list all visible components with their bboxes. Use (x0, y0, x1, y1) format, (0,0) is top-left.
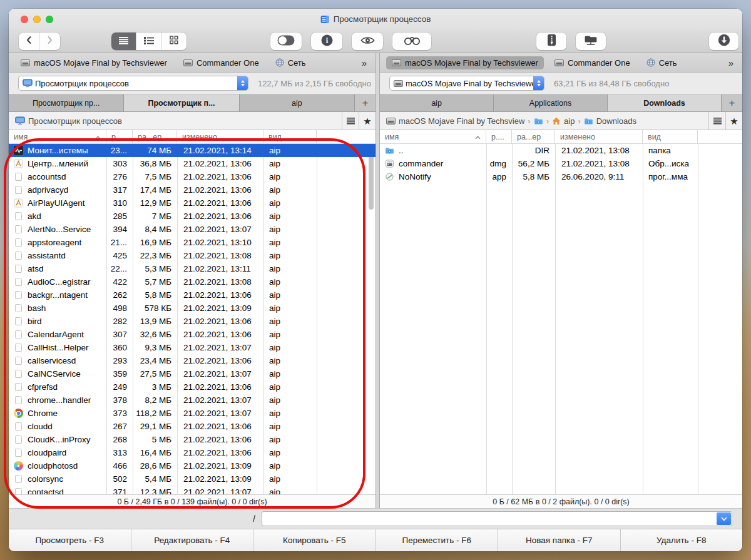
minimize-window-button[interactable] (33, 16, 41, 23)
file-row[interactable]: cloudphotosd46628,6 МБ21.02.2021, 13:09a… (9, 459, 376, 472)
column-header-name[interactable]: имя (380, 130, 486, 143)
drive-bar-overflow-button[interactable]: » (358, 58, 369, 68)
column-header-kind[interactable]: вид (643, 130, 698, 143)
path-segment[interactable]: aip (552, 116, 575, 126)
detail-view-button[interactable] (136, 33, 161, 50)
drive-bar-item[interactable]: Сеть (641, 56, 683, 69)
column-header-ext[interactable]: р.... (486, 130, 512, 143)
file-row[interactable]: Центр...млений30336,8 МБ21.02.2021, 13:0… (9, 157, 376, 170)
file-size: 9,3 МБ (145, 343, 171, 352)
fkey-button-f8[interactable]: Удалить - F8 (621, 529, 743, 551)
file-row[interactable]: cfprefsd2493 МБ21.02.2021, 13:06aip (9, 380, 376, 394)
forward-button[interactable] (39, 33, 60, 50)
add-tab-button[interactable]: + (722, 94, 742, 111)
file-row[interactable]: colorsync5025,4 МБ21.02.2021, 13:09aip (9, 472, 376, 486)
drive-bar-item[interactable]: macOS Mojave Final by Techsviewer (15, 56, 173, 69)
file-row[interactable]: commanderdmg56,2 МБ21.02.2021, 13:08Обр.… (380, 157, 742, 170)
drive-bar-item[interactable]: Сеть (270, 56, 312, 69)
file-row[interactable]: Монит...истемы23...74 МБ21.02.2021, 13:1… (9, 144, 376, 157)
file-row[interactable]: CallHist...Helper3609,3 МБ21.02.2021, 13… (9, 341, 376, 354)
file-row[interactable]: adprivacyd31717,4 МБ21.02.2021, 13:06aip (9, 183, 376, 196)
tab-aip[interactable]: aip (380, 94, 494, 111)
column-header-size[interactable]: ра...ер (512, 130, 555, 143)
fkey-button-f3[interactable]: Просмотреть - F3 (9, 529, 131, 551)
command-input[interactable] (262, 512, 732, 526)
download-queue-button[interactable] (709, 33, 738, 50)
file-row[interactable]: assistantd42522,3 МБ21.02.2021, 13:08aip (9, 249, 376, 262)
info-icon: i (321, 34, 333, 49)
file-row[interactable]: contactsd37112,3 МБ21.02.2021, 13:07aip (9, 486, 376, 494)
info-button[interactable]: i (311, 33, 342, 50)
file-row[interactable]: bash498578 КБ21.02.2021, 13:09aip (9, 302, 376, 315)
left-drive-stepper[interactable] (237, 76, 248, 90)
file-row[interactable]: backgr...ntagent2625,8 МБ21.02.2021, 13:… (9, 288, 376, 302)
zoom-window-button[interactable] (46, 16, 53, 23)
file-row[interactable]: bird28213,9 МБ21.02.2021, 13:06aip (9, 315, 376, 328)
drive-bar-overflow-button[interactable]: » (725, 58, 736, 68)
drive-bar-item[interactable]: Commander One (178, 56, 265, 69)
back-button[interactable] (19, 33, 39, 50)
file-row[interactable]: accountsd2767,5 МБ21.02.2021, 13:06aip (9, 170, 376, 183)
file-row[interactable]: callservicesd29323,4 МБ21.02.2021, 13:06… (9, 354, 376, 367)
tab-просмотрщик-пр-[interactable]: Просмотрщик пр... (9, 94, 124, 111)
right-drive-combobox[interactable]: macOS Mojave Final by Techsviewer (389, 76, 544, 91)
eye-icon (360, 36, 375, 48)
grid-view-button[interactable] (161, 33, 186, 50)
list-view-button[interactable] (111, 33, 136, 50)
column-header-size[interactable]: ра...ер (133, 130, 177, 143)
file-row[interactable]: AirPlayUIAgent31012,9 МБ21.02.2021, 13:0… (9, 196, 376, 210)
network-button[interactable] (576, 33, 606, 50)
left-drive-combobox[interactable]: Просмотрщик процессов (18, 76, 248, 91)
fkey-button-f6[interactable]: Переместить - F6 (376, 529, 499, 551)
column-header-modified[interactable]: изменено (177, 130, 263, 143)
fkey-button-f4[interactable]: Редактировать - F4 (131, 529, 254, 551)
command-history-button[interactable] (717, 512, 731, 525)
file-row[interactable]: appstoreagent21...16,9 МБ21.02.2021, 13:… (9, 236, 376, 249)
file-size: 3 МБ (152, 382, 171, 392)
fkey-button-f7[interactable]: Новая папка - F7 (498, 529, 621, 551)
file-row[interactable]: AlertNo...Service3948,4 МБ21.02.2021, 13… (9, 223, 376, 236)
tab-aip[interactable]: aip (240, 94, 355, 111)
title-bar[interactable]: Просмотрщик процессов (9, 9, 742, 29)
file-row[interactable]: chrome...handler3788,2 МБ21.02.2021, 13:… (9, 394, 376, 407)
path-segment[interactable] (534, 116, 543, 126)
path-segment[interactable]: macOS Mojave Final by Techsview (386, 116, 524, 126)
file-modified: 21.02.2021, 13:07 (183, 343, 252, 352)
drive-bar-item[interactable]: macOS Mojave Final by Techsviewer (386, 56, 544, 69)
archive-button[interactable] (536, 33, 566, 50)
column-header-ext[interactable]: р.... (106, 130, 133, 143)
favorites-button[interactable]: ★ (725, 112, 742, 130)
close-window-button[interactable] (21, 16, 28, 23)
file-row[interactable]: CalendarAgent30732,6 МБ21.02.2021, 13:06… (9, 328, 376, 341)
right-drive-stepper[interactable] (533, 76, 544, 90)
column-header-kind[interactable]: вид (263, 130, 317, 143)
file-row[interactable]: cloudd26729,1 МБ21.02.2021, 13:06aip (9, 420, 376, 433)
file-row[interactable]: NoNotifyapp5,8 МБ26.06.2020, 9:11прог...… (380, 170, 742, 183)
show-hidden-button[interactable] (352, 33, 383, 50)
file-row[interactable]: AudioC...egistrar4225,7 МБ21.02.2021, 13… (9, 275, 376, 288)
list-style-button[interactable] (708, 112, 725, 130)
file-row[interactable]: CalNCService35927,5 МБ21.02.2021, 13:07a… (9, 367, 376, 380)
file-row[interactable]: akd2857 МБ21.02.2021, 13:06aip (9, 210, 376, 223)
column-header-modified[interactable]: изменено (555, 130, 643, 143)
file-row[interactable]: Chrome373118,2 МБ21.02.2021, 13:07aip (9, 407, 376, 420)
column-header-name[interactable]: имя (9, 130, 106, 143)
queue-toggle-button[interactable] (270, 33, 302, 50)
file-row[interactable]: ..DIR21.02.2021, 13:08папка (380, 144, 742, 157)
search-button[interactable] (392, 33, 431, 50)
tab-просмотрщик-п-[interactable]: Просмотрщик п... (124, 94, 239, 111)
path-segment[interactable]: Downloads (584, 116, 636, 126)
path-segment[interactable]: Просмотрщик процессов (15, 116, 122, 126)
tab-downloads[interactable]: Downloads (608, 94, 722, 111)
file-row[interactable]: atsd22...5,3 МБ21.02.2021, 13:11aip (9, 262, 376, 275)
add-tab-button[interactable]: + (355, 94, 376, 111)
favorites-button[interactable]: ★ (359, 112, 376, 130)
file-row[interactable]: cloudpaird31316,4 МБ21.02.2021, 13:06aip (9, 446, 376, 459)
pane-splitter[interactable] (376, 53, 380, 508)
list-style-button[interactable] (342, 112, 359, 130)
tab-applications[interactable]: Applications (494, 94, 608, 111)
drive-bar-item[interactable]: Commander One (549, 56, 636, 69)
file-row[interactable]: CloudK...inProxy2685 МБ21.02.2021, 13:06… (9, 433, 376, 446)
file-name: Монит...истемы (28, 146, 88, 155)
fkey-button-f5[interactable]: Копировать - F5 (253, 529, 376, 551)
